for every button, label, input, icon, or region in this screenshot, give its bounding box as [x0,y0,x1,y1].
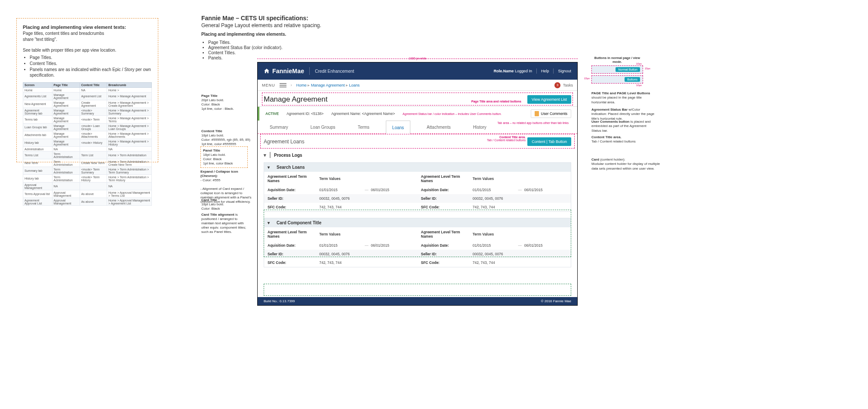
table-row: Terms tabManage Agreement<mode> TermHome… [23,116,152,124]
table-row: Terms Approval listApproval ManagementAs… [23,190,152,198]
chevron-down-icon[interactable]: ▾ [268,220,270,225]
table-row: Seller ID:00032, 0045, 0076 [418,194,571,203]
table-row: Agreements ListManage AgreementAgreement… [23,93,152,100]
table-row: Agreement Level Term NamesTerm Values [418,227,571,241]
tasks-indicator[interactable]: 3 Tasks [554,82,573,88]
left-sub2: share "text titling". [23,37,152,43]
rnote-user-comments: User Comments button is placed and embed… [591,120,656,133]
left-sub1: Page titles, content titles and breadcru… [23,31,152,37]
table-row: SFC Code:742, 743, 744 [418,258,571,267]
table-row: Agreement Level Term NamesTerm Values [264,227,418,241]
tab-attachments[interactable]: Attachments [421,121,457,133]
panel-title: Process Logs [274,153,302,158]
logo-name: FannieMae [272,68,304,74]
status-active: ACTIVE [265,112,279,116]
table-row: History tabTerm Administration<mode> Ter… [23,175,152,183]
content-title-row: Agreement Loans Content Title area.Tab /… [258,134,577,149]
table-row: Aquisition Date:01/01/2015—06/01/2015 [418,186,571,194]
user-comments-button[interactable]: User Comments [531,109,571,118]
left-annotation-panel: Placing and implementing view element te… [16,18,158,162]
note-card-align: Card Title alignment is positioned / arr… [201,213,249,234]
tasks-label: Tasks [563,83,573,87]
table-row: Approval ManagementNANA [23,183,152,190]
table-row: SFC Code:742, 743, 744 [264,258,418,267]
card-search-loans: ▾ Search Loans Agreement Level Term Name… [264,162,571,212]
crumb-home[interactable]: Home [296,83,307,87]
menu-label: MENU [262,83,275,87]
doc-title: Fannie Mae – CETS UI specifications: [201,15,321,22]
btn-row-small: 15px Buttons 10px [591,75,643,84]
table-row: Summary tabTerm Administration<mode> Ter… [23,167,152,175]
card-title: Search Loans [277,165,305,170]
left-bullet: Page Titles. [30,55,152,60]
content-title: Agreement Loans [264,139,305,145]
build-number: Build No.: 0.13.7399 [264,299,295,303]
card-head: ▾ Search Loans [264,163,571,172]
guide-bottom [264,284,571,296]
logo: FannieMae Credit Enhancement [264,67,354,75]
chevron-down-icon[interactable]: ▾ [268,165,270,170]
note-panel-title: Panel Title 18pt Lato bold. Color: Black… [200,146,248,168]
table-row: Aquisition Date:01/01/2015—06/01/2015 [264,186,418,194]
tab-loans[interactable]: Loans [386,121,410,134]
tabs-row: Summary Loan Groups Terms Loans Attachme… [258,121,577,134]
rnote-page-buttons: PAGE Title and PAGE Level Buttons should… [591,91,656,105]
table-row: Agreement Level Term NamesTerm Values [418,172,571,186]
btn-row-normal: 10px Normal Button 15px [591,65,643,74]
note-page-title: Page Title 20pt Lato bold. Color: Black … [201,94,234,111]
rnote-card-holder: Card (content holder):Modular content ho… [591,158,660,171]
content-tab-button[interactable]: Content | Tab Button [527,137,571,146]
table-row: Aquisition Date:01/01/2015—06/01/2015 [418,241,571,250]
app-mock: FannieMae Credit Enhancement Role.Name L… [257,62,578,306]
width-guide-line [257,59,578,59]
signout-link[interactable]: Signout [558,69,571,73]
chevron-down-icon[interactable]: ▾ [264,152,266,158]
table-row: New AgreementManage AgreementCreate Agre… [23,100,152,108]
left-para: See table with proper titles per app vie… [23,47,152,53]
page-title-note: Page Title area and related buttons [471,100,521,103]
app-footer: Build No.: 0.13.7399 © 2016 Fannie Mae [258,297,577,305]
status-note: Agreement Status bar / color indication … [403,112,502,115]
hamburger-icon[interactable] [280,83,286,87]
btn-modes-label: Buttons in normal page / view mode. [591,56,643,64]
table-row: Seller ID:00032, 0045, 0076 [418,250,571,258]
table-row: AdministrationNANA [23,147,152,152]
table-row: Aquisition Date:01/01/2015—06/01/2015 [264,241,418,250]
table-row: Agreement Summary tabManage Agreement<mo… [23,108,152,116]
note-card-title: Card Title 18pt Lato bold. Color: Black [201,198,224,211]
app-header: FannieMae Credit Enhancement Role.Name L… [258,62,577,80]
th-page-title: Page Title [52,83,80,88]
elements-item: Page Titles. [208,40,321,45]
rnote-status-bar: Agreement Status Bar w/Color indication:… [591,108,656,121]
table-row: History tabManage Agreement<mode> Histor… [23,139,152,147]
tab-summary[interactable]: Summary [264,121,294,133]
normal-button-sample: Normal Button [616,67,640,72]
table-row: Seller ID:00032, 0045, 0076 [264,250,418,258]
elements-list: Page Titles. Agreement Status Bar (color… [208,40,321,60]
agreement-status-bar: ACTIVE Agreement ID: <5138> Agreement Na… [258,107,577,121]
tab-history[interactable]: History [467,121,492,133]
tasks-badge: 3 [554,82,560,88]
table-row: HomeHomeNAHome > [23,88,152,93]
view-agreement-list-button[interactable]: View Agreement List [527,95,571,104]
table-row: SFC Code:742, 743, 744 [418,203,571,211]
card-component: ▾ Card Component Title Agreement Level T… [264,218,571,267]
card-title: Card Component Title [277,220,321,225]
tab-terms[interactable]: Terms [352,121,376,133]
elements-item: Content Titles. [208,50,321,55]
table-row: Terms ListTerm AdministrationTerm ListHo… [23,152,152,159]
elements-item: Agreement Status Bar (color indicator). [208,45,321,50]
th-breadcrumb: Breadcrumb [107,83,152,88]
crumb-loans[interactable]: Loans [349,83,360,87]
doc-subtitle: General Page Layout elements and relativ… [201,22,321,28]
th-content-title: Content Title [80,83,107,88]
help-link[interactable]: Help [541,69,549,73]
crumb-manage[interactable]: Manage Agreement [311,83,345,87]
page-title: Manage Agreement [264,95,327,104]
left-bullet: Content Titles. [30,61,152,66]
tab-loan-groups[interactable]: Loan Groups [305,121,342,133]
table-row: New TermTerm AdministrationCreate New Te… [23,159,152,167]
tabs-note: Tab area – no related app buttons other … [497,121,569,124]
table-row: Loan Groups tabManage Agreement<mode> Lo… [23,124,152,131]
clipboard-icon [535,111,539,116]
